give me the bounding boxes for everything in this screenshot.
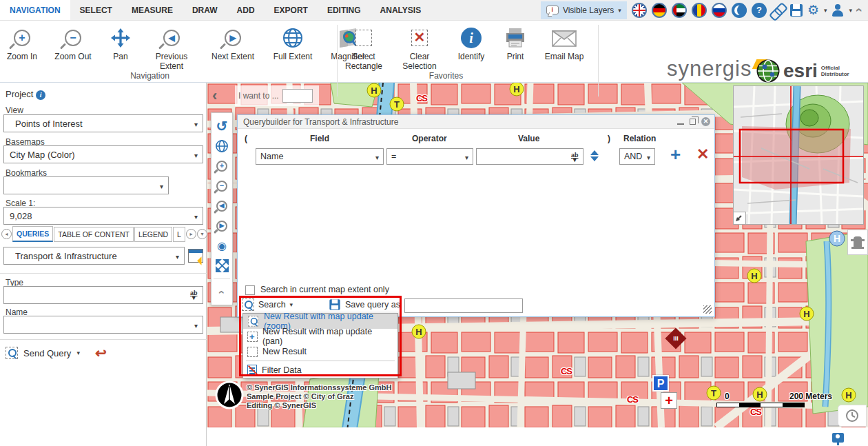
settings-gear-icon[interactable]: ⚙ [807, 3, 819, 17]
field-select[interactable]: Name▾ [256, 148, 384, 165]
zoom-out-icon[interactable]: − [211, 176, 232, 196]
tab-truncated[interactable]: L [173, 227, 185, 242]
flag-uk-icon[interactable] [632, 3, 647, 18]
value-input[interactable] [476, 148, 583, 165]
next-extent-icon[interactable]: ▶ [211, 216, 232, 236]
tab-queries[interactable]: QUERIES [12, 226, 53, 242]
visible-layers-button[interactable]: i Visible Layers ▾ [541, 1, 627, 19]
expand-arrows-icon[interactable] [211, 256, 232, 276]
menu-tab-analysis[interactable]: ANALYSIS [371, 0, 431, 20]
zoom-out-button[interactable]: − Zoom Out [51, 26, 95, 61]
menu-tab-measure[interactable]: MEASURE [122, 0, 183, 20]
save-icon[interactable] [790, 4, 803, 17]
search-button[interactable]: Search ▾ [242, 298, 293, 311]
tabs-scroll-left-icon[interactable]: ◂ [1, 229, 12, 239]
navigation-group-label: Navigation [110, 71, 189, 81]
chevron-down-icon: ▾ [824, 7, 827, 14]
extent-checkbox[interactable] [245, 285, 255, 295]
presentation-icon[interactable] [832, 433, 844, 443]
project-header: Project i [6, 89, 45, 100]
user-icon[interactable] [831, 4, 844, 17]
i-want-to-input[interactable] [282, 89, 313, 103]
basemaps-select[interactable]: City Map (Color)▾ [3, 145, 203, 163]
filter-data-icon [247, 365, 257, 376]
next-extent-button[interactable]: ▶ Next Extent [207, 26, 259, 61]
chevron-down-icon: ▾ [194, 152, 198, 159]
collapse-tools-icon[interactable]: ‹ [211, 282, 232, 302]
menu-tab-editing[interactable]: EDITING [318, 0, 371, 20]
left-panel: Project i View Points of Interest▾ Basem… [0, 83, 207, 446]
view-select[interactable]: Points of Interest▾ [3, 114, 203, 132]
menu-item-new-result-pan[interactable]: New Result with map update (pan) [243, 329, 397, 344]
map-tool-strip: ↺ + − ◀ ▶ ◉ ‹ [211, 112, 233, 305]
email-map-button[interactable]: Email Map [541, 26, 587, 61]
full-extent-icon[interactable] [211, 136, 232, 156]
menu-tab-export[interactable]: EXPORT [265, 0, 318, 20]
close-icon[interactable]: ✕ [701, 117, 710, 126]
restore-window-icon[interactable] [690, 119, 696, 125]
operator-select[interactable]: =▾ [386, 148, 473, 165]
right-panel-handle[interactable] [847, 230, 868, 255]
chevron-down-icon[interactable]: ▾ [76, 349, 80, 356]
help-icon[interactable]: ? [752, 3, 767, 18]
next-extent-icon: ▶ [225, 30, 241, 46]
menu-item-filter-data[interactable]: Filter Data [243, 363, 397, 378]
tab-legend[interactable]: LEGEND [134, 227, 172, 242]
minimize-icon[interactable] [677, 123, 684, 125]
center-map-icon[interactable]: ◉ [211, 236, 232, 256]
menu-tab-navigation[interactable]: NAVIGATION [0, 0, 70, 20]
add-row-button[interactable]: + [670, 147, 681, 162]
previous-extent-icon: ◀ [163, 30, 180, 46]
save-query-as-button[interactable]: Save query as [329, 298, 400, 311]
bookmarks-select[interactable]: ▾ [3, 176, 169, 194]
menu-item-new-result[interactable]: New Result [243, 344, 397, 359]
previous-extent-icon[interactable]: ◀ [211, 196, 232, 216]
reorder-arrows-icon[interactable] [590, 150, 599, 161]
crescent-icon[interactable] [732, 3, 747, 18]
name-select[interactable]: ▾ [3, 316, 203, 334]
previous-extent-button[interactable]: ◀ Previous Extent [146, 26, 197, 71]
flag-romania-icon[interactable] [692, 3, 707, 18]
project-info-icon[interactable]: i [36, 90, 45, 100]
scale-select[interactable]: 9,028▾ [3, 207, 203, 225]
relation-select[interactable]: AND▾ [619, 148, 655, 165]
clear-selection-button[interactable]: ✕ Clear Selection [397, 26, 442, 71]
identify-button[interactable]: i Identify [453, 26, 489, 61]
collapse-ribbon-icon[interactable]: ‹ [852, 8, 867, 12]
dialog-resize-handle[interactable] [703, 305, 712, 314]
full-extent-button[interactable]: Full Extent [269, 26, 317, 61]
refresh-icon[interactable]: ↺ [211, 116, 232, 136]
overview-resize-handle[interactable] [734, 212, 746, 224]
tab-table-of-content[interactable]: TABLE OF CONTENT [54, 227, 134, 242]
flag-russia-icon[interactable] [712, 3, 727, 18]
menu-tab-select[interactable]: SELECT [70, 0, 122, 20]
chevron-down-icon: ▾ [194, 322, 198, 330]
select-rectangle-button[interactable]: Select Rectangle [342, 26, 386, 71]
tabs-list-icon[interactable]: ▾ [197, 229, 207, 239]
pan-button[interactable]: Pan [105, 26, 136, 61]
menu-tab-draw[interactable]: DRAW [183, 0, 227, 20]
save-query-name-input[interactable] [404, 298, 523, 313]
collapse-panel-icon[interactable]: ‹ [212, 87, 217, 105]
hydrant-icon [854, 236, 862, 249]
time-slider-widget[interactable] [838, 405, 867, 427]
print-button[interactable]: Print [500, 26, 530, 61]
menu-separator [246, 361, 395, 361]
type-input[interactable] [3, 286, 203, 304]
dialog-title-bar[interactable]: Querybuilder for Transport & Infrastruct… [238, 115, 714, 129]
query-layer-select[interactable]: Transport & Infrastructure▾ [3, 247, 185, 265]
flag-germany-icon[interactable] [652, 3, 667, 18]
link-icon[interactable] [769, 0, 788, 19]
send-query-button[interactable]: Send Query [23, 348, 71, 358]
edit-query-form-icon[interactable] [188, 249, 203, 263]
flag-uae-icon[interactable] [672, 3, 687, 18]
favorites-group-label: Favorites [406, 71, 486, 81]
zoom-in-icon[interactable]: + [211, 156, 232, 176]
overview-map[interactable] [733, 85, 864, 225]
tabs-scroll-right-icon[interactable]: ▸ [186, 229, 196, 239]
divider [0, 339, 207, 340]
zoom-in-button[interactable]: + Zoom In [3, 26, 41, 61]
delete-row-button[interactable]: ✕ [696, 147, 709, 162]
menu-tab-add[interactable]: ADD [227, 0, 265, 20]
undo-icon[interactable]: ↩ [95, 347, 107, 359]
